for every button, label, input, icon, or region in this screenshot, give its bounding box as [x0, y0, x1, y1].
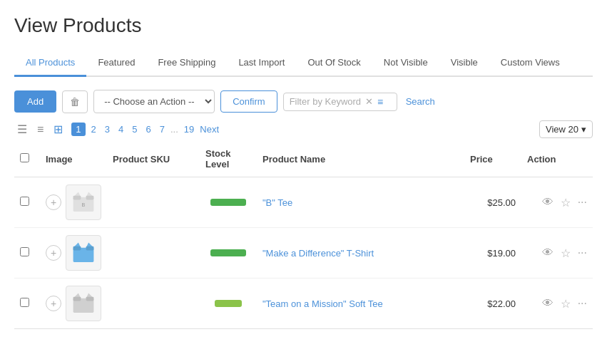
- page-num-4[interactable]: 4: [116, 123, 126, 136]
- row-price-3: $22.00: [464, 279, 521, 329]
- page-num-3[interactable]: 3: [102, 123, 113, 136]
- product-image: [66, 235, 101, 271]
- stock-bar: [215, 300, 242, 307]
- action-icons-2: 👁 ☆ ···: [527, 246, 587, 260]
- stock-bar: [210, 249, 246, 256]
- row-price-2: $19.00: [464, 228, 521, 279]
- action-select[interactable]: -- Choose an Action --: [93, 90, 215, 113]
- tabs-bar: All Products Featured Free Shipping Last…: [14, 50, 593, 77]
- more-icon-3[interactable]: ···: [578, 297, 587, 310]
- page-ellipsis: ...: [170, 124, 178, 135]
- page-numbers: 1 2 3 4 5 6 7 ... 19 Next: [71, 123, 219, 136]
- add-image-icon[interactable]: +: [46, 245, 61, 261]
- svg-rect-10: [86, 246, 94, 251]
- table-row: +: [14, 279, 593, 329]
- stock-bar: [210, 199, 246, 206]
- add-image-icon[interactable]: +: [46, 194, 61, 210]
- th-action: Action: [521, 141, 593, 177]
- row-checkbox[interactable]: [20, 247, 29, 256]
- tab-out-of-stock[interactable]: Out Of Stock: [296, 50, 372, 77]
- page-container: View Products All Products Featured Free…: [0, 0, 607, 364]
- price-value-2: $19.00: [487, 248, 516, 259]
- trash-icon: 🗑: [70, 96, 80, 108]
- view-icon-1[interactable]: 👁: [542, 196, 554, 209]
- product-link-3[interactable]: "Team on a Mission" Soft Tee: [262, 298, 383, 309]
- row-price-1: $25.00: [464, 177, 521, 228]
- row-checkbox[interactable]: [20, 197, 29, 206]
- add-button[interactable]: Add: [14, 90, 56, 113]
- chevron-down-icon: ▾: [581, 124, 586, 135]
- filter-options-icon[interactable]: ≡: [377, 96, 383, 108]
- filter-clear-icon[interactable]: ✕: [365, 96, 373, 107]
- view-icon-2[interactable]: 👁: [542, 246, 554, 259]
- page-num-1[interactable]: 1: [71, 123, 85, 136]
- row-name-3: "Team on a Mission" Soft Tee: [257, 279, 464, 329]
- svg-rect-4: [86, 196, 94, 200]
- products-table: Image Product SKU StockLevel Product Nam…: [14, 141, 593, 329]
- more-icon-1[interactable]: ···: [578, 196, 587, 209]
- confirm-button[interactable]: Confirm: [220, 90, 277, 113]
- table-row: +: [14, 228, 593, 279]
- tab-featured[interactable]: Featured: [86, 50, 146, 77]
- grid-view-icon[interactable]: ⊞: [51, 121, 66, 137]
- row-name-2: "Make a Difference" T-Shirt: [257, 228, 464, 279]
- row-image-cell: +: [40, 228, 107, 279]
- search-button[interactable]: Search: [403, 96, 438, 107]
- row-checkbox[interactable]: [20, 298, 29, 307]
- pagination-bar: ☰ ≡ ⊞ 1 2 3 4 5 6 7 ... 19 Next View 20 …: [14, 120, 593, 138]
- th-sku: Product SKU: [107, 141, 200, 177]
- tab-free-shipping[interactable]: Free Shipping: [146, 50, 227, 77]
- more-icon-2[interactable]: ···: [578, 246, 587, 259]
- svg-text:B: B: [82, 202, 86, 208]
- action-icons-1: 👁 ☆ ···: [527, 196, 587, 209]
- list-view-icon[interactable]: ☰: [14, 121, 30, 137]
- product-image: B: [66, 184, 101, 220]
- star-icon-2[interactable]: ☆: [561, 246, 571, 260]
- tab-last-import[interactable]: Last Import: [227, 50, 296, 77]
- view-per-page-label: View 20: [546, 124, 578, 135]
- row-stock-2: [200, 228, 257, 279]
- tab-all-products[interactable]: All Products: [14, 50, 86, 77]
- tshirt-img-2: [71, 240, 96, 266]
- tshirt-img-3: [71, 291, 96, 316]
- page-num-6[interactable]: 6: [143, 123, 154, 136]
- page-title: View Products: [14, 14, 593, 37]
- tab-visible[interactable]: Visible: [439, 50, 489, 77]
- row-actions-3: 👁 ☆ ···: [521, 279, 593, 329]
- next-page-button[interactable]: Next: [200, 124, 219, 135]
- price-value-1: $25.00: [487, 197, 516, 208]
- tab-custom-views[interactable]: Custom Views: [489, 50, 571, 77]
- star-icon-3[interactable]: ☆: [561, 297, 571, 311]
- th-image: Image: [40, 141, 107, 177]
- toolbar: Add 🗑 -- Choose an Action -- Confirm Fil…: [14, 90, 593, 113]
- svg-rect-14: [73, 297, 81, 301]
- product-link-1[interactable]: "B" Tee: [262, 197, 292, 208]
- th-name: Product Name: [257, 141, 464, 177]
- row-sku-3: [107, 279, 200, 329]
- view-icons: ☰ ≡ ⊞: [14, 121, 66, 137]
- product-image: [66, 286, 101, 321]
- product-link-2[interactable]: "Make a Difference" T-Shirt: [262, 248, 374, 259]
- page-num-5[interactable]: 5: [129, 123, 140, 136]
- row-name-1: "B" Tee: [257, 177, 464, 228]
- page-num-2[interactable]: 2: [88, 123, 99, 136]
- table-row: + B: [14, 177, 593, 228]
- price-value-3: $22.00: [487, 298, 516, 309]
- view-icon-3[interactable]: 👁: [542, 297, 554, 310]
- row-actions-1: 👁 ☆ ···: [521, 177, 593, 228]
- row-checkbox-cell: [14, 177, 40, 228]
- view-per-page-select[interactable]: View 20 ▾: [539, 120, 593, 138]
- add-image-icon[interactable]: +: [46, 296, 61, 311]
- row-stock-3: [200, 279, 257, 329]
- select-all-checkbox[interactable]: [20, 153, 29, 162]
- star-icon-1[interactable]: ☆: [561, 196, 571, 209]
- tab-not-visible[interactable]: Not Visible: [372, 50, 439, 77]
- action-icons-3: 👁 ☆ ···: [527, 297, 587, 311]
- delete-button[interactable]: 🗑: [62, 90, 88, 113]
- row-stock-1: [200, 177, 257, 228]
- page-num-7[interactable]: 7: [157, 123, 168, 136]
- row-image-cell: +: [40, 279, 107, 329]
- list-compact-icon[interactable]: ≡: [34, 122, 46, 137]
- page-num-19[interactable]: 19: [181, 123, 197, 136]
- row-actions-2: 👁 ☆ ···: [521, 228, 593, 279]
